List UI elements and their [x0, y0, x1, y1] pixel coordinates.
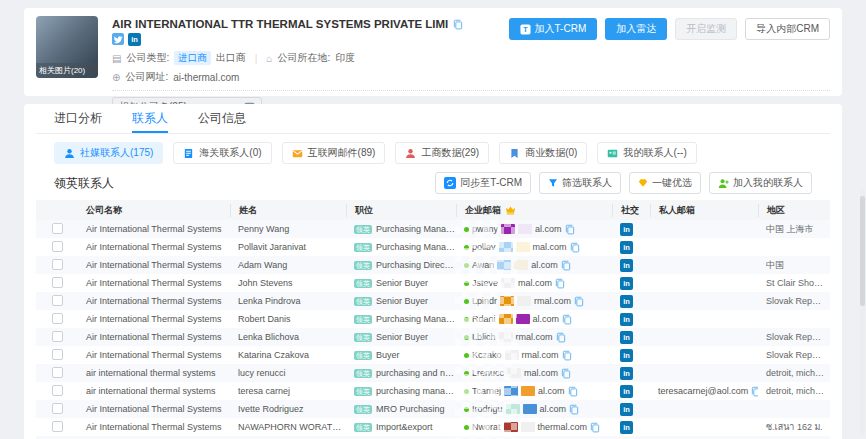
- email-mask: [518, 224, 532, 234]
- row-checkbox[interactable]: [52, 223, 63, 234]
- row-checkbox[interactable]: [52, 313, 63, 324]
- copy-icon[interactable]: [562, 314, 572, 325]
- checkbox-cell: [36, 367, 78, 380]
- table-row: Air International Thermal SystemsAdam Wa…: [36, 256, 830, 274]
- social-cell: in: [612, 403, 650, 416]
- email-suffix: al.com: [531, 260, 558, 270]
- table-row: Air International Thermal SystemsLenka P…: [36, 292, 830, 310]
- row-checkbox[interactable]: [52, 259, 63, 270]
- header-label: 公司名称: [86, 204, 122, 217]
- row-checkbox[interactable]: [52, 331, 63, 342]
- linkedin-icon[interactable]: in: [620, 385, 633, 398]
- location-value: 印度: [335, 51, 355, 65]
- header-action-2[interactable]: 开启监测: [675, 18, 737, 40]
- column-header-3: 企业邮箱: [456, 204, 612, 217]
- linkedin-icon[interactable]: in: [620, 331, 633, 344]
- linkedin-icon[interactable]: in: [128, 33, 141, 46]
- linkedin-tag: 领英: [354, 261, 372, 270]
- section-action-3[interactable]: 加入我的联系人: [709, 172, 812, 194]
- copy-icon[interactable]: [562, 350, 572, 361]
- row-checkbox[interactable]: [52, 385, 63, 396]
- company-cell: air international thermal systems: [78, 368, 230, 378]
- linkedin-icon[interactable]: in: [620, 277, 633, 290]
- contact-filter-1[interactable]: 海关联系人(0): [173, 142, 271, 164]
- copy-icon: [562, 314, 572, 325]
- row-checkbox[interactable]: [52, 277, 63, 288]
- header-label: 社交: [621, 204, 639, 217]
- linkedin-icon[interactable]: in: [620, 259, 633, 272]
- online-dot: [464, 353, 469, 358]
- header-action-1[interactable]: 加入雷达: [605, 18, 667, 40]
- contact-filter-4[interactable]: 商业数据(0): [499, 142, 587, 164]
- funnel-icon: [548, 178, 558, 188]
- row-checkbox[interactable]: [52, 349, 63, 360]
- name-cell: Lenka Pindrova: [230, 296, 346, 306]
- copy-icon[interactable]: [555, 278, 565, 289]
- tab-2[interactable]: 公司信息: [198, 104, 246, 133]
- linkedin-icon[interactable]: in: [620, 223, 633, 236]
- name-cell: teresa carnej: [230, 386, 346, 396]
- section-action-2[interactable]: 一键优选: [629, 172, 701, 194]
- header-action-0[interactable]: T加入T-CRM: [509, 18, 598, 40]
- linkedin-icon[interactable]: in: [620, 295, 633, 308]
- linkedin-tag: 领英: [354, 243, 372, 252]
- private-email-cell: teresacarnej@aol.com: [650, 386, 758, 397]
- table-body: Air International Thermal SystemsPenny W…: [36, 220, 830, 439]
- column-header-5: 私人邮箱: [650, 204, 758, 217]
- social-cell: in: [612, 259, 650, 272]
- region-cell: Slovak Republic: [758, 332, 830, 342]
- linkedin-icon[interactable]: in: [620, 313, 633, 326]
- tab-1[interactable]: 联系人: [132, 104, 168, 133]
- contact-filter-3[interactable]: 工商数据(29): [395, 142, 489, 164]
- linkedin-icon[interactable]: in: [620, 241, 633, 254]
- linkedin-icon[interactable]: in: [620, 367, 633, 380]
- position-text: Purchasing Manager: [376, 242, 456, 252]
- contact-filter-0[interactable]: 社媒联系人(175): [54, 142, 163, 164]
- email-mask: [506, 404, 520, 414]
- copy-icon[interactable]: [565, 224, 575, 235]
- email-cell: Jstevemal.com: [456, 278, 612, 289]
- linkedin-icon[interactable]: in: [620, 403, 633, 416]
- table-row: Air International Thermal SystemsPollavi…: [36, 238, 830, 256]
- section-action-0[interactable]: 同步至T-CRM: [435, 172, 531, 194]
- header-action-3[interactable]: 导入内部CRM: [745, 18, 830, 40]
- copy-icon[interactable]: [568, 386, 578, 397]
- email-mask: [499, 242, 513, 252]
- filter-label: 商业数据(0): [525, 146, 577, 160]
- email-prefix: Awan: [472, 260, 494, 270]
- scrollbar-thumb[interactable]: [860, 196, 865, 306]
- person-icon: [405, 148, 416, 159]
- region-cell: detroit, michigan, united st...: [758, 368, 830, 378]
- region-cell: 中国 上海市: [758, 223, 830, 236]
- copy-icon[interactable]: [561, 260, 571, 271]
- linkedin-icon[interactable]: in: [620, 421, 633, 434]
- company-cell: Air International Thermal Systems: [78, 314, 230, 324]
- email-mask: [505, 350, 519, 360]
- row-checkbox[interactable]: [52, 421, 63, 432]
- copy-icon[interactable]: [569, 404, 579, 415]
- tab-0[interactable]: 进口分析: [54, 104, 102, 133]
- copy-icon[interactable]: [453, 19, 463, 30]
- section-action-1[interactable]: 筛选联系人: [539, 172, 621, 194]
- row-checkbox[interactable]: [52, 367, 63, 378]
- contact-filter-2[interactable]: 互联网邮件(89): [282, 142, 386, 164]
- row-checkbox[interactable]: [52, 241, 63, 252]
- image-count-label: 相关图片(20): [36, 63, 98, 78]
- row-checkbox[interactable]: [52, 403, 63, 414]
- copy-icon[interactable]: [556, 332, 566, 343]
- company-cell: Air International Thermal Systems: [78, 278, 230, 288]
- email-suffix: rmal.com: [516, 332, 553, 342]
- copy-icon[interactable]: [570, 242, 580, 253]
- copy-icon: [570, 242, 580, 253]
- position-cell: 领英Buyer: [346, 350, 456, 361]
- company-thumbnail[interactable]: 相关图片(20): [36, 16, 98, 78]
- button-label: 开启监测: [686, 22, 726, 36]
- linkedin-icon[interactable]: in: [620, 349, 633, 362]
- copy-icon[interactable]: [574, 296, 584, 307]
- row-checkbox[interactable]: [52, 295, 63, 306]
- name-cell: Adam Wang: [230, 260, 346, 270]
- copy-icon[interactable]: [751, 386, 758, 397]
- copy-icon[interactable]: [590, 422, 600, 433]
- contact-filter-5[interactable]: 我的联系人(--): [597, 142, 696, 164]
- copy-icon[interactable]: [561, 368, 571, 379]
